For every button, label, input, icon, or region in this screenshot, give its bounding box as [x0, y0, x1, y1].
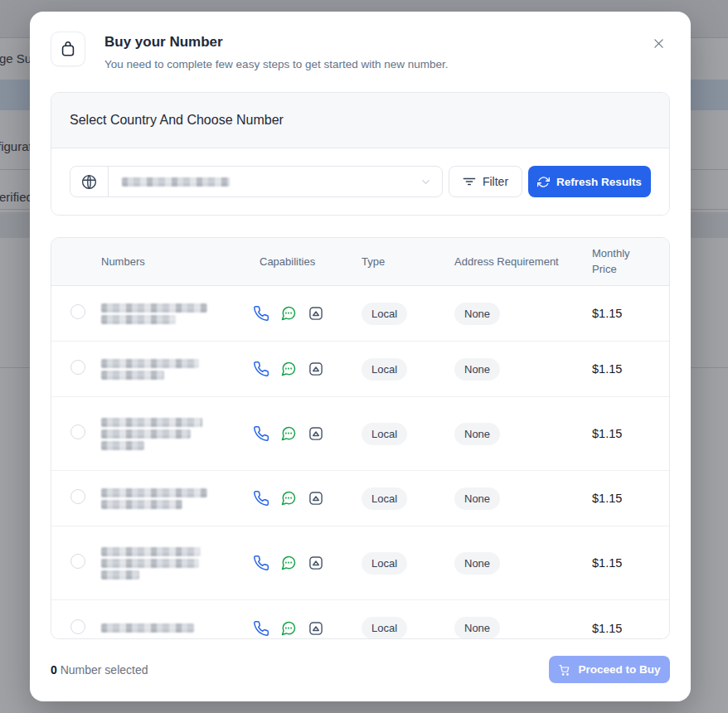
address-badge: None — [454, 358, 500, 381]
sms-icon — [280, 305, 297, 322]
filter-icon — [463, 175, 476, 188]
row-capabilities — [253, 425, 362, 442]
phone-icon — [253, 620, 269, 637]
phone-icon — [253, 425, 269, 442]
row-type-cell: Local — [362, 423, 454, 445]
selected-count-label: Number selected — [61, 663, 148, 677]
close-button[interactable] — [648, 33, 668, 53]
table-row[interactable]: Local None $1.15 — [51, 397, 669, 471]
phone-icon — [253, 555, 269, 571]
phone-icon — [253, 490, 269, 507]
table-row[interactable]: Local None $1.15 — [51, 526, 669, 600]
redacted-number — [101, 415, 253, 453]
table-body: Local None $1.15 Local None $1.15 — [51, 286, 669, 639]
row-type-cell: Local — [362, 303, 454, 325]
numbers-table: Numbers Capabilities Type Address Requir… — [51, 237, 670, 639]
table-row[interactable]: Local None $1.15 — [51, 600, 669, 639]
close-icon — [652, 36, 666, 51]
mms-icon — [308, 305, 324, 322]
filter-button-label: Filter — [483, 175, 508, 188]
mms-icon — [308, 361, 324, 377]
row-radio-cell — [51, 554, 101, 572]
globe-icon — [70, 167, 109, 196]
row-capabilities — [253, 305, 362, 322]
refresh-icon — [537, 176, 550, 188]
type-badge: Local — [362, 617, 407, 639]
row-radio-button[interactable] — [70, 554, 85, 569]
proceed-button-label: Proceed to Buy — [578, 663, 660, 676]
address-badge: None — [454, 552, 500, 575]
row-capabilities — [253, 490, 362, 507]
modal-header-text: Buy your Number You need to complete few… — [104, 32, 449, 70]
refresh-results-button[interactable]: Refresh Results — [528, 166, 651, 197]
row-radio-button[interactable] — [70, 489, 85, 504]
table-row[interactable]: Local None $1.15 — [51, 342, 669, 397]
shopping-bag-icon — [51, 32, 85, 66]
chevron-down-icon — [420, 176, 442, 188]
modal-title: Buy your Number — [104, 32, 449, 51]
sms-icon — [280, 425, 297, 442]
sms-icon — [280, 361, 297, 377]
monthly-price: $1.15 — [592, 362, 669, 376]
redacted-number — [101, 356, 253, 382]
cart-icon — [558, 663, 571, 677]
mms-icon — [308, 490, 324, 507]
address-badge: None — [454, 487, 500, 510]
filter-button[interactable]: Filter — [449, 166, 522, 197]
address-badge: None — [454, 423, 500, 445]
type-badge: Local — [362, 303, 407, 325]
header-cell-type: Type — [362, 255, 454, 268]
buy-number-modal: Buy your Number You need to complete few… — [30, 12, 691, 701]
section-header: Select Country And Choose Number — [51, 93, 669, 148]
modal-footer: 0 Number selected Proceed to Buy — [51, 656, 670, 683]
table-row[interactable]: Local None $1.15 — [51, 471, 669, 526]
address-badge: None — [454, 617, 500, 639]
redacted-number — [101, 301, 253, 327]
row-type-cell: Local — [362, 617, 454, 639]
row-radio-cell — [51, 489, 101, 507]
row-type-cell: Local — [362, 487, 454, 510]
sms-icon — [280, 555, 297, 571]
row-radio-button[interactable] — [70, 424, 85, 439]
row-capabilities — [253, 361, 362, 377]
country-select-value-redacted — [109, 177, 420, 187]
row-address-cell: None — [454, 423, 592, 445]
sms-icon — [280, 490, 297, 507]
type-badge: Local — [362, 552, 407, 575]
monthly-price: $1.15 — [592, 492, 669, 505]
proceed-to-buy-button[interactable]: Proceed to Buy — [549, 656, 670, 683]
select-country-card: Select Country And Choose Number — [51, 92, 670, 216]
row-capabilities — [253, 620, 362, 637]
mms-icon — [308, 555, 324, 571]
table-row[interactable]: Local None $1.15 — [51, 286, 669, 342]
sms-icon — [280, 620, 297, 637]
section-title: Select Country And Choose Number — [70, 113, 651, 128]
monthly-price: $1.15 — [592, 556, 669, 570]
header-cell-price: Monthly Price — [592, 246, 643, 278]
redacted-number — [101, 621, 253, 635]
row-address-cell: None — [454, 552, 592, 575]
modal-subtitle: You need to complete few easy steps to g… — [104, 58, 449, 70]
row-address-cell: None — [454, 617, 592, 639]
mms-icon — [308, 425, 324, 442]
row-radio-cell — [51, 424, 101, 443]
row-address-cell: None — [454, 358, 592, 381]
monthly-price: $1.15 — [592, 427, 669, 440]
phone-icon — [253, 361, 269, 377]
row-capabilities — [253, 555, 362, 571]
mms-icon — [308, 620, 324, 637]
row-address-cell: None — [454, 487, 592, 510]
type-badge: Local — [362, 487, 407, 510]
row-type-cell: Local — [362, 552, 454, 575]
type-badge: Local — [362, 358, 407, 381]
section-controls: Filter Refresh Results — [51, 148, 669, 215]
country-select[interactable] — [70, 166, 443, 197]
address-badge: None — [454, 303, 500, 325]
selection-status: 0 Number selected — [51, 663, 148, 677]
row-radio-button[interactable] — [70, 360, 85, 375]
header-cell-numbers: Numbers — [101, 255, 253, 268]
row-radio-button[interactable] — [70, 619, 85, 634]
row-radio-button[interactable] — [70, 304, 85, 319]
selected-count: 0 — [51, 663, 57, 677]
redacted-number — [101, 545, 253, 582]
